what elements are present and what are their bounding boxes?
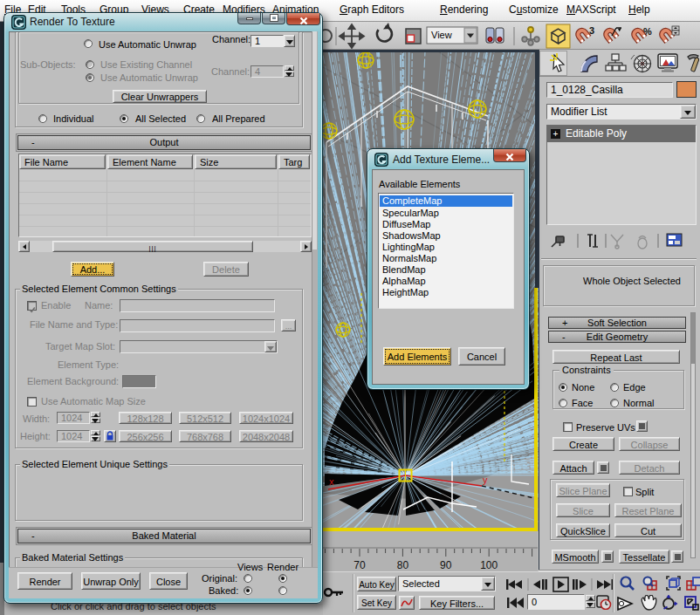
svg-text:%: % bbox=[643, 26, 652, 37]
svg-text:90: 90 bbox=[440, 559, 452, 571]
svg-text:View: View bbox=[431, 30, 452, 40]
svg-text:80: 80 bbox=[397, 559, 409, 571]
svg-text:70: 70 bbox=[353, 559, 366, 571]
svg-text:100: 100 bbox=[480, 559, 498, 571]
svg-text:y: y bbox=[483, 475, 488, 485]
svg-text:3: 3 bbox=[589, 25, 594, 36]
svg-text:x: x bbox=[329, 476, 334, 487]
